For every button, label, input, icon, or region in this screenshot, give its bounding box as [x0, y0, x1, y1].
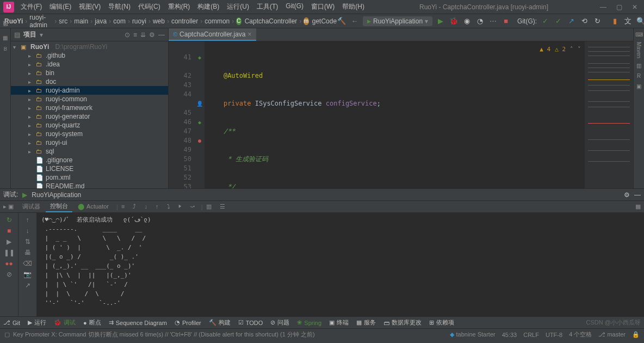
menu-code[interactable]: 代码(C) — [135, 1, 164, 13]
rerun-icon[interactable]: ↻ — [7, 216, 12, 224]
build-tool[interactable]: 🔨 构建 — [209, 318, 231, 327]
menu-tools[interactable]: 工具(T) — [253, 1, 281, 13]
maximize-icon[interactable]: ▢ — [616, 3, 622, 11]
tree-item[interactable]: ▸🗀ruoyi-admin — [11, 86, 168, 95]
gear-icon[interactable]: ⚙ — [149, 31, 155, 39]
spring-tool[interactable]: ❀ Spring — [297, 319, 321, 326]
tree-item[interactable]: ▸🗀sql — [11, 147, 168, 156]
encoding[interactable]: UTF-8 — [546, 332, 562, 338]
search-icon[interactable]: 🔍 — [636, 16, 644, 26]
export-icon[interactable]: ↗ — [25, 281, 30, 289]
bc-7[interactable]: web — [153, 17, 165, 25]
services-tool[interactable]: ▦ 服务 — [356, 318, 376, 327]
collapse-all-icon[interactable]: ⇊ — [140, 31, 146, 39]
console-tab[interactable]: 控制台 — [46, 201, 72, 212]
tree-item[interactable]: ▸🗀ruoyi-ui — [11, 138, 168, 147]
seqdiag-tool[interactable]: ⇉ Sequence Diagram — [109, 319, 167, 326]
tree-item[interactable]: ▸🗀ruoyi-framework — [11, 103, 168, 112]
minimize-icon[interactable]: — — [600, 3, 606, 11]
deps-tool[interactable]: ⊞ 依赖项 — [429, 318, 454, 327]
view-icons[interactable]: ▥ ☰ — [206, 203, 228, 210]
status-icon[interactable]: ▢ — [4, 331, 10, 338]
tree-item[interactable]: ▸🗀ruoyi-common — [11, 95, 168, 103]
coverage-icon[interactable]: ◉ — [462, 16, 472, 26]
menu-window[interactable]: 窗口(W) — [308, 1, 338, 13]
tabnine-status[interactable]: ◆ tabnine Starter — [450, 331, 495, 338]
tree-item[interactable]: ▸🗀ruoyi-generator — [11, 112, 168, 121]
notify-icon[interactable]: ▣ — [636, 83, 641, 89]
target-icon[interactable]: ⊙ — [125, 31, 130, 39]
bc-class[interactable]: CaptchaController — [245, 17, 298, 25]
project-tree[interactable]: ▾▣ RuoYi D:\program\RuoYi ▸🗀.github▸🗀.id… — [11, 41, 168, 188]
menu-help[interactable]: 帮助(H) — [339, 1, 368, 13]
bc-6[interactable]: ruoyi — [132, 17, 146, 25]
bc-0[interactable]: RuoYi — [4, 17, 23, 25]
git-history-icon[interactable]: ⟲ — [579, 16, 589, 26]
step-icons[interactable]: ≡ ⤴ ↓ ↑ ⤵ ▶ ⤻ — [121, 203, 198, 210]
layout-icon[interactable]: ▦ — [635, 203, 641, 210]
tree-item[interactable]: 📄LICENSE — [11, 164, 168, 173]
bc-8[interactable]: controller — [171, 17, 198, 25]
tree-item[interactable]: ▸🗀bin — [11, 69, 168, 77]
editor-tab[interactable]: © CaptchaController.java × — [169, 28, 256, 41]
breakpoints-tool[interactable]: ● 断点 — [83, 318, 101, 327]
lock-icon[interactable]: 🔒 — [632, 331, 640, 338]
tree-item[interactable]: ▸🗀.idea — [11, 60, 168, 69]
profile-icon[interactable]: ◔ — [475, 16, 485, 26]
tree-root[interactable]: ▾▣ RuoYi D:\program\RuoYi — [11, 42, 168, 51]
stop-icon[interactable]: ■ — [501, 16, 511, 26]
actuator-tab[interactable]: ⬤Actuator — [73, 202, 113, 211]
tree-item[interactable]: 📄pom.xml — [11, 173, 168, 182]
tip-icon[interactable]: ▮ — [610, 16, 620, 26]
terminal-tool[interactable]: ▣ 终端 — [329, 318, 349, 327]
nav-left-icon[interactable]: ← — [350, 16, 360, 26]
down-icon[interactable]: ↓ — [26, 227, 29, 235]
git-push-icon[interactable]: ↗ — [566, 16, 576, 26]
breakpoints-icon[interactable]: ●● — [5, 260, 13, 267]
bc-1[interactable]: ruoyi-admin — [29, 14, 52, 29]
tree-item[interactable]: ▸🗀ruoyi-quartz — [11, 121, 168, 130]
key-promoter-icon[interactable]: ⌨ — [635, 32, 643, 38]
run-tool[interactable]: ▶ 运行 — [28, 318, 46, 327]
resume-icon[interactable]: ▶ — [7, 238, 11, 246]
bc-5[interactable]: com — [113, 17, 126, 25]
debug-tool[interactable]: 🐞 调试 — [54, 318, 76, 327]
console-output[interactable]: (♥◠‿◠)ﾉﾞ 若依启动成功 ლ(´ڡ`ლ) .-------. ____ _… — [37, 213, 644, 316]
bc-4[interactable]: java — [95, 17, 107, 25]
hide-icon[interactable]: — — [158, 31, 165, 39]
minimap[interactable] — [584, 41, 633, 188]
debug-gear-icon[interactable]: ⚙ — [624, 191, 630, 199]
restful-icon[interactable]: R — [637, 73, 641, 79]
tree-item[interactable]: ▸🗀.github — [11, 51, 168, 60]
collapse-icon[interactable]: ▤ — [14, 31, 20, 39]
debugger-tab[interactable]: 调试器 — [18, 201, 45, 212]
git-commit-icon[interactable]: ✓ — [553, 16, 563, 26]
pause-icon[interactable]: ❚❚ — [4, 249, 15, 256]
git-rollback-icon[interactable]: ↻ — [592, 16, 602, 26]
problems-tool[interactable]: ⊘ 问题 — [270, 318, 289, 327]
cursor-pos[interactable]: 45:33 — [502, 332, 517, 338]
menu-git[interactable]: Git(G) — [282, 1, 307, 13]
bc-9[interactable]: common — [205, 17, 230, 25]
bc-method[interactable]: getCode — [312, 17, 337, 25]
inspection-high[interactable]: ▲ 4 — [540, 45, 550, 54]
menu-edit[interactable]: 编辑(E) — [46, 1, 75, 13]
up-icon[interactable]: ↑ — [26, 216, 29, 224]
print-icon[interactable]: 🖶 — [24, 249, 31, 256]
git-branch[interactable]: ⎇ master — [598, 331, 626, 338]
clear-icon[interactable]: ⌫ — [23, 260, 32, 267]
inspection-up-icon[interactable]: ˄ — [570, 45, 573, 54]
hammer-icon[interactable]: 🔨 — [337, 16, 346, 26]
maven-tab[interactable]: Maven — [636, 42, 642, 58]
menu-run[interactable]: 运行(U) — [224, 1, 252, 13]
close-icon[interactable]: ✕ — [632, 3, 637, 11]
menu-refactor[interactable]: 重构(R) — [165, 1, 194, 13]
db-icon[interactable]: ▥ — [636, 63, 641, 69]
bc-3[interactable]: main — [74, 17, 88, 25]
run-config-select[interactable]: RuoYiApplication ▾ — [363, 16, 432, 26]
menu-build[interactable]: 构建(B) — [194, 1, 222, 13]
profiler-tool[interactable]: ◔ Profiler — [175, 319, 201, 326]
tab-close-icon[interactable]: × — [248, 30, 252, 38]
todo-tool[interactable]: ☑ TODO — [238, 319, 263, 326]
debug-icon[interactable]: 🐞 — [449, 16, 459, 26]
